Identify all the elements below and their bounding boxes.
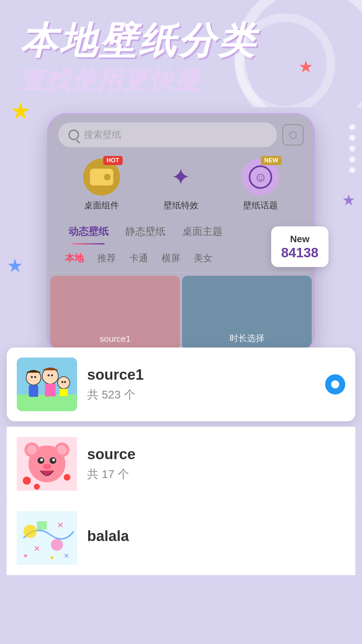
svg-rect-31 [37, 521, 47, 530]
svg-text:✕: ✕ [64, 552, 69, 559]
source1-thumb-bg [17, 358, 77, 411]
source-thumbnail [17, 437, 77, 491]
svg-point-19 [57, 445, 67, 454]
svg-point-27 [34, 484, 40, 490]
svg-point-4 [42, 368, 58, 384]
subtab-local[interactable]: 本地 [62, 249, 87, 267]
svg-text:♥: ♥ [50, 554, 54, 561]
wallet-icon [90, 169, 113, 185]
source1-radio-selected[interactable] [325, 374, 345, 394]
svg-point-11 [51, 374, 53, 376]
subtab-beauty[interactable]: 美女 [190, 249, 216, 267]
wallpaper-topic-label: 壁纸话题 [243, 200, 278, 211]
svg-point-13 [64, 381, 66, 383]
wallpaper-effect-icon-circle: ✦ [163, 159, 199, 196]
wallpaper-grid: source1 时长选择 [48, 272, 314, 353]
svg-rect-5 [45, 384, 56, 396]
svg-rect-7 [60, 389, 68, 396]
svg-rect-3 [29, 385, 38, 397]
source1-count: 共 523 个 [87, 387, 315, 402]
svg-point-9 [34, 376, 36, 378]
bear-illustration [17, 437, 77, 491]
svg-text:♥: ♥ [23, 552, 27, 559]
icon-item-wallpaper-effect[interactable]: ✦ 壁纸特效 [163, 159, 199, 211]
svg-point-12 [61, 381, 63, 383]
svg-point-23 [52, 459, 55, 461]
new-badge: NEW [261, 156, 282, 165]
svg-text:✕: ✕ [34, 544, 40, 553]
page-header: 本地壁纸分类 查找使用更快捷 [0, 0, 362, 103]
new-badge-overlay: New 84138 [271, 226, 328, 267]
balala-info: balala [87, 528, 345, 548]
svg-point-24 [43, 464, 51, 469]
svg-point-6 [58, 377, 70, 389]
svg-point-10 [48, 374, 50, 376]
radio-inner-dot [331, 380, 339, 388]
balala-illustration: ✕ ✕ ✕ ♥ ♥ [17, 511, 77, 565]
source-count: 共 17 个 [87, 467, 345, 482]
source1-info: source1 共 523 个 [87, 366, 315, 402]
wallpaper-card-source1-label: source1 [100, 334, 131, 344]
list-section: source 共 17 个 ✕ ✕ ✕ ♥ [7, 427, 355, 575]
search-icon [68, 129, 79, 140]
wallpaper-card-duration[interactable]: 时长选择 [182, 276, 312, 350]
list-item-source1[interactable]: source1 共 523 个 [7, 347, 355, 421]
dots-decoration [349, 124, 355, 173]
mockup-search-area: 搜索壁纸 ⬡ [48, 114, 314, 155]
wallpaper-card-source1[interactable]: source1 [50, 276, 180, 350]
phone-mockup-wrapper: 搜索壁纸 ⬡ HOT 桌面组件 ✦ 壁纸特效 [47, 113, 315, 354]
export-button[interactable]: ⬡ [282, 124, 304, 146]
wallpaper-card-duration-label: 时长选择 [230, 332, 264, 344]
tab-dynamic[interactable]: 动态壁纸 [62, 221, 115, 245]
svg-point-26 [64, 474, 70, 481]
export-icon: ⬡ [289, 129, 297, 141]
star-effect-icon: ✦ [171, 163, 191, 191]
subtab-recommend[interactable]: 推荐 [94, 249, 119, 267]
source-info: source 共 17 个 [87, 446, 345, 482]
wallpaper-effect-label: 壁纸特效 [164, 200, 198, 211]
svg-point-30 [51, 539, 63, 551]
svg-point-29 [23, 525, 37, 538]
desktop-widget-icon-circle: HOT [83, 159, 120, 196]
svg-point-22 [40, 459, 43, 461]
icon-item-wallpaper-topic[interactable]: ☺ NEW 壁纸话题 [242, 159, 279, 211]
tab-desktop-theme[interactable]: 桌面主题 [176, 221, 229, 245]
balala-title: balala [87, 528, 345, 544]
hot-badge: HOT [103, 156, 123, 165]
icon-grid: HOT 桌面组件 ✦ 壁纸特效 ☺ NEW 壁纸话题 [48, 155, 314, 218]
wallpaper-topic-icon-circle: ☺ NEW [242, 159, 279, 196]
source1-thumbnail [17, 358, 77, 411]
svg-point-8 [31, 376, 33, 378]
balala-thumbnail: ✕ ✕ ✕ ♥ ♥ [17, 511, 77, 565]
smiley-icon: ☺ [249, 165, 272, 189]
cartoon-illustration [17, 358, 77, 411]
svg-point-25 [23, 477, 31, 485]
tab-static[interactable]: 静态壁纸 [119, 221, 172, 245]
list-item-source[interactable]: source 共 17 个 [7, 427, 355, 501]
svg-point-17 [27, 445, 37, 454]
desktop-widget-label: 桌面组件 [84, 200, 119, 211]
page-title-main: 本地壁纸分类 [20, 20, 342, 61]
svg-text:✕: ✕ [57, 521, 64, 530]
list-item-balala[interactable]: ✕ ✕ ✕ ♥ ♥ balala [7, 501, 355, 575]
svg-rect-1 [17, 394, 77, 411]
search-placeholder-text: 搜索壁纸 [84, 128, 121, 141]
subtab-cartoon[interactable]: 卡通 [126, 249, 152, 267]
bottom-panel: source1 共 523 个 [0, 347, 362, 575]
source-title: source [87, 446, 345, 463]
source1-title: source1 [87, 366, 315, 383]
new-badge-label: New [281, 233, 318, 245]
new-badge-number: 84138 [281, 245, 318, 260]
star-blue-icon: ★ [7, 255, 23, 276]
search-bar[interactable]: 搜索壁纸 [58, 122, 277, 147]
star-purple-icon: ★ [342, 191, 355, 209]
subtab-landscape[interactable]: 横屏 [158, 249, 184, 267]
icon-item-desktop-widget[interactable]: HOT 桌面组件 [83, 159, 120, 211]
page-title-sub: 查找使用更快捷 [20, 64, 342, 96]
